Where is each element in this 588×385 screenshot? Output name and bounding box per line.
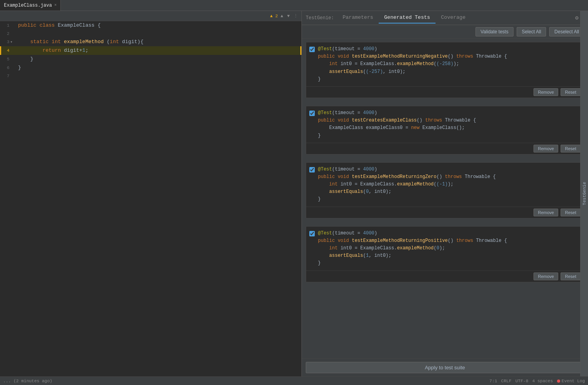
- event-log[interactable]: Event Log: [557, 379, 585, 383]
- testgenie-side-tab-label: TestGenie: [582, 180, 587, 207]
- line-number-7: 7: [3, 74, 9, 78]
- test-1-remove-button[interactable]: Remove: [534, 88, 558, 96]
- status-right: 7:1 CRLF UTF-8 4 spaces Event Log: [490, 379, 585, 383]
- test-2-code: @Test(timeout = 4000) public void testCr…: [318, 109, 581, 140]
- main-area: ▲ 2 ▲ ▼ ⋮ 1 public class ExampleClass { …: [0, 11, 588, 376]
- chevron-up-icon[interactable]: ▲: [279, 13, 285, 19]
- test-buttons-bar: Validate tests Select All Deselect All: [302, 25, 588, 39]
- settings-icon[interactable]: ⋮: [292, 13, 299, 19]
- test-card-1: @Test(timeout = 4000) public void testEx…: [306, 42, 584, 98]
- test-card-2-content: @Test(timeout = 4000) public void testCr…: [306, 106, 584, 143]
- tab-bar: ExampleClass.java ×: [0, 0, 588, 11]
- deselect-all-button[interactable]: Deselect All: [549, 27, 584, 36]
- tab-coverage[interactable]: Coverage: [436, 12, 471, 24]
- line-content-3: static int exampleMethod (int digit){: [16, 38, 301, 46]
- line-content-1: public class ExampleClass {: [16, 21, 301, 30]
- right-header-tabs: Parameters Generated Tests Coverage: [337, 12, 575, 24]
- event-log-label: Event Log: [562, 379, 585, 383]
- test-card-2-footer: Remove Reset: [306, 143, 584, 154]
- chevron-down-icon[interactable]: ▼: [286, 13, 291, 19]
- status-time: ... (2 minutes ago): [3, 379, 52, 383]
- test-4-code: @Test(timeout = 4000) public void testEx…: [318, 230, 581, 267]
- spacer-1: [302, 100, 588, 106]
- test-card-3: @Test(timeout = 4000) public void testEx…: [306, 162, 584, 218]
- test-1-code: @Test(timeout = 4000) public void testEx…: [318, 45, 581, 83]
- warning-badge: ▲ 2: [270, 14, 278, 18]
- code-line-7: 7: [0, 72, 301, 80]
- test-4-remove-button[interactable]: Remove: [534, 272, 558, 280]
- select-all-button[interactable]: Select All: [517, 27, 546, 36]
- tab-close-icon[interactable]: ×: [54, 3, 56, 7]
- test-card-4-content: @Test(timeout = 4000) public void testEx…: [306, 227, 584, 271]
- right-header: TestGenie: Parameters Generated Tests Co…: [302, 11, 588, 25]
- tab-generated-tests[interactable]: Generated Tests: [379, 12, 436, 24]
- line-gutter-1: 1: [0, 21, 16, 30]
- line-content-2: [16, 30, 301, 38]
- editor-toolbar: ▲ 2 ▲ ▼ ⋮: [0, 11, 301, 21]
- line-content-5: }: [16, 55, 301, 64]
- tab-filename: ExampleClass.java: [4, 3, 52, 8]
- test-card-4: @Test(timeout = 4000) public void testEx…: [306, 226, 584, 282]
- line-number-3: 3: [3, 40, 9, 44]
- code-area[interactable]: 1 public class ExampleClass { 2 3 ▾: [0, 21, 301, 376]
- right-panel: TestGenie: Parameters Generated Tests Co…: [302, 11, 588, 376]
- test-card-4-footer: Remove Reset: [306, 271, 584, 282]
- line-gutter-7: 7: [0, 72, 16, 80]
- test-card-1-footer: Remove Reset: [306, 86, 584, 98]
- test-2-remove-button[interactable]: Remove: [534, 145, 558, 153]
- line-active-marker: [0, 46, 1, 55]
- line-gutter-5: 5: [0, 55, 16, 64]
- code-line-1: 1 public class ExampleClass {: [0, 21, 301, 30]
- line-number-5: 5: [3, 57, 9, 62]
- line-number-2: 2: [3, 31, 9, 36]
- test-4-checkbox[interactable]: [309, 231, 315, 236]
- test-1-reset-button[interactable]: Reset: [561, 88, 581, 96]
- tests-container[interactable]: @Test(timeout = 4000) public void testEx…: [302, 39, 588, 358]
- apply-to-test-suite-button[interactable]: Apply to test suite: [306, 362, 584, 373]
- test-3-remove-button[interactable]: Remove: [534, 209, 558, 216]
- test-2-reset-button[interactable]: Reset: [561, 145, 581, 153]
- status-position: 7:1: [490, 379, 497, 383]
- warning-count: ▲ 2: [270, 14, 278, 18]
- line-content-6: }: [16, 64, 301, 72]
- testgenie-side-tab[interactable]: TestGenie: [580, 11, 588, 376]
- event-dot-icon: [557, 380, 560, 383]
- spacer-2: [302, 157, 588, 162]
- test-3-code: @Test(timeout = 4000) public void testEx…: [318, 166, 581, 203]
- line-number-4: 4: [3, 48, 9, 53]
- line-content-7: [16, 72, 301, 80]
- test-card-1-content: @Test(timeout = 4000) public void testEx…: [306, 42, 584, 86]
- line-number-6: 6: [3, 65, 9, 70]
- test-3-reset-button[interactable]: Reset: [561, 209, 581, 216]
- tab-parameters[interactable]: Parameters: [337, 12, 379, 24]
- status-left: ... (2 minutes ago): [3, 379, 52, 383]
- line-gutter-4: 4: [0, 46, 16, 55]
- line-fold-3[interactable]: ▾: [9, 40, 13, 44]
- line-gutter-3: 3 ▾: [0, 38, 16, 46]
- settings-gear-icon[interactable]: ⚙: [575, 15, 578, 21]
- right-panel-wrapper: TestGenie: Parameters Generated Tests Co…: [302, 11, 588, 376]
- spacer-bottom: [302, 285, 588, 289]
- test-1-checkbox[interactable]: [309, 47, 315, 52]
- test-card-2: @Test(timeout = 4000) public void testCr…: [306, 106, 584, 154]
- status-indent: 4 spaces: [532, 379, 553, 383]
- line-gutter-6: 6: [0, 64, 16, 72]
- code-line-3: 3 ▾ static int exampleMethod (int digit)…: [0, 38, 301, 46]
- validate-tests-button[interactable]: Validate tests: [475, 27, 514, 36]
- status-bar: ... (2 minutes ago) 7:1 CRLF UTF-8 4 spa…: [0, 376, 588, 385]
- code-line-4: 4 return digit+1;: [0, 46, 301, 55]
- test-2-checkbox[interactable]: [309, 111, 315, 116]
- spacer-3: [302, 221, 588, 226]
- status-encoding: UTF-8: [515, 379, 528, 383]
- testgenie-label: TestGenie:: [306, 15, 334, 21]
- test-4-reset-button[interactable]: Reset: [561, 272, 581, 280]
- editor-tab[interactable]: ExampleClass.java ×: [0, 0, 61, 11]
- code-line-2: 2: [0, 30, 301, 38]
- line-content-4: return digit+1;: [16, 46, 301, 55]
- test-3-checkbox[interactable]: [309, 167, 315, 173]
- test-card-3-content: @Test(timeout = 4000) public void testEx…: [306, 163, 584, 207]
- line-gutter-2: 2: [0, 30, 16, 38]
- editor-panel: ▲ 2 ▲ ▼ ⋮ 1 public class ExampleClass { …: [0, 11, 302, 376]
- apply-bar: Apply to test suite: [302, 358, 588, 376]
- test-card-3-footer: Remove Reset: [306, 207, 584, 218]
